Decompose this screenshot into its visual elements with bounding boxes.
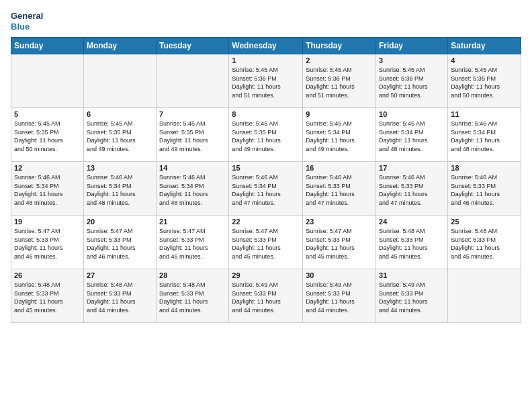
day-info: Sunrise: 5:46 AM Sunset: 5:34 PM Dayligh… bbox=[451, 120, 518, 153]
calendar-cell bbox=[83, 54, 156, 108]
weekday-header-thursday: Thursday bbox=[303, 38, 376, 54]
day-info: Sunrise: 5:49 AM Sunset: 5:33 PM Dayligh… bbox=[379, 281, 445, 314]
day-info: Sunrise: 5:45 AM Sunset: 5:35 PM Dayligh… bbox=[14, 120, 81, 153]
calendar-cell bbox=[157, 54, 229, 108]
calendar-cell: 15Sunrise: 5:46 AM Sunset: 5:34 PM Dayli… bbox=[229, 162, 303, 216]
calendar-cell: 7Sunrise: 5:45 AM Sunset: 5:35 PM Daylig… bbox=[157, 108, 229, 162]
day-number: 9 bbox=[306, 110, 373, 118]
day-number: 25 bbox=[451, 218, 518, 226]
calendar-header-row: SundayMondayTuesdayWednesdayThursdayFrid… bbox=[11, 38, 521, 54]
day-number: 14 bbox=[159, 164, 226, 172]
day-info: Sunrise: 5:48 AM Sunset: 5:33 PM Dayligh… bbox=[14, 281, 81, 314]
calendar-cell: 29Sunrise: 5:49 AM Sunset: 5:33 PM Dayli… bbox=[229, 269, 303, 323]
day-number: 3 bbox=[379, 56, 445, 64]
calendar-cell bbox=[11, 54, 84, 108]
day-number: 7 bbox=[159, 110, 226, 118]
day-info: Sunrise: 5:47 AM Sunset: 5:33 PM Dayligh… bbox=[14, 227, 81, 261]
calendar-cell: 19Sunrise: 5:47 AM Sunset: 5:33 PM Dayli… bbox=[11, 216, 84, 269]
day-number: 11 bbox=[451, 110, 518, 118]
calendar-cell: 22Sunrise: 5:47 AM Sunset: 5:33 PM Dayli… bbox=[229, 216, 303, 269]
day-number: 18 bbox=[451, 164, 518, 172]
weekday-header-friday: Friday bbox=[376, 38, 448, 54]
day-number: 22 bbox=[232, 218, 300, 226]
day-number: 30 bbox=[306, 271, 373, 279]
weekday-header-sunday: Sunday bbox=[11, 38, 84, 54]
day-number: 10 bbox=[379, 110, 445, 118]
calendar-cell: 14Sunrise: 5:46 AM Sunset: 5:34 PM Dayli… bbox=[157, 162, 229, 216]
day-number: 29 bbox=[232, 271, 300, 279]
day-info: Sunrise: 5:49 AM Sunset: 5:33 PM Dayligh… bbox=[306, 281, 373, 314]
day-info: Sunrise: 5:45 AM Sunset: 5:34 PM Dayligh… bbox=[379, 120, 445, 153]
day-info: Sunrise: 5:45 AM Sunset: 5:36 PM Dayligh… bbox=[232, 66, 300, 99]
calendar-cell: 5Sunrise: 5:45 AM Sunset: 5:35 PM Daylig… bbox=[11, 108, 84, 162]
day-info: Sunrise: 5:48 AM Sunset: 5:33 PM Dayligh… bbox=[159, 281, 226, 314]
day-info: Sunrise: 5:48 AM Sunset: 5:33 PM Dayligh… bbox=[451, 227, 518, 261]
calendar-cell: 16Sunrise: 5:46 AM Sunset: 5:33 PM Dayli… bbox=[303, 162, 376, 216]
calendar-cell: 23Sunrise: 5:47 AM Sunset: 5:33 PM Dayli… bbox=[303, 216, 376, 269]
day-number: 20 bbox=[87, 218, 153, 226]
calendar-cell: 13Sunrise: 5:46 AM Sunset: 5:34 PM Dayli… bbox=[83, 162, 156, 216]
day-number: 31 bbox=[379, 271, 445, 279]
logo: General Blue GeneralBlue bbox=[11, 11, 43, 32]
calendar-cell: 18Sunrise: 5:46 AM Sunset: 5:33 PM Dayli… bbox=[448, 162, 521, 216]
calendar-cell: 2Sunrise: 5:45 AM Sunset: 5:36 PM Daylig… bbox=[303, 54, 376, 108]
day-number: 15 bbox=[232, 164, 300, 172]
day-info: Sunrise: 5:46 AM Sunset: 5:33 PM Dayligh… bbox=[306, 173, 373, 207]
day-number: 28 bbox=[159, 271, 226, 279]
day-info: Sunrise: 5:47 AM Sunset: 5:33 PM Dayligh… bbox=[306, 227, 373, 261]
day-number: 8 bbox=[232, 110, 300, 118]
calendar-cell: 10Sunrise: 5:45 AM Sunset: 5:34 PM Dayli… bbox=[376, 108, 448, 162]
day-number: 19 bbox=[14, 218, 81, 226]
day-info: Sunrise: 5:47 AM Sunset: 5:33 PM Dayligh… bbox=[232, 227, 300, 261]
day-number: 12 bbox=[14, 164, 81, 172]
day-info: Sunrise: 5:45 AM Sunset: 5:35 PM Dayligh… bbox=[232, 120, 300, 153]
day-info: Sunrise: 5:48 AM Sunset: 5:33 PM Dayligh… bbox=[379, 227, 445, 261]
day-info: Sunrise: 5:45 AM Sunset: 5:35 PM Dayligh… bbox=[159, 120, 226, 153]
calendar-cell: 4Sunrise: 5:45 AM Sunset: 5:35 PM Daylig… bbox=[448, 54, 521, 108]
day-info: Sunrise: 5:45 AM Sunset: 5:36 PM Dayligh… bbox=[306, 66, 373, 99]
day-number: 13 bbox=[87, 164, 153, 172]
day-number: 4 bbox=[451, 56, 518, 64]
weekday-header-monday: Monday bbox=[83, 38, 156, 54]
day-info: Sunrise: 5:46 AM Sunset: 5:33 PM Dayligh… bbox=[379, 173, 445, 207]
calendar-cell: 1Sunrise: 5:45 AM Sunset: 5:36 PM Daylig… bbox=[229, 54, 303, 108]
week-row-2: 5Sunrise: 5:45 AM Sunset: 5:35 PM Daylig… bbox=[11, 108, 521, 162]
calendar-cell: 31Sunrise: 5:49 AM Sunset: 5:33 PM Dayli… bbox=[376, 269, 448, 323]
calendar-cell: 9Sunrise: 5:45 AM Sunset: 5:34 PM Daylig… bbox=[303, 108, 376, 162]
day-number: 21 bbox=[159, 218, 226, 226]
calendar-cell: 21Sunrise: 5:47 AM Sunset: 5:33 PM Dayli… bbox=[157, 216, 229, 269]
header: General Blue GeneralBlue bbox=[11, 11, 521, 32]
calendar-cell: 17Sunrise: 5:46 AM Sunset: 5:33 PM Dayli… bbox=[376, 162, 448, 216]
day-number: 2 bbox=[306, 56, 373, 64]
calendar-cell: 24Sunrise: 5:48 AM Sunset: 5:33 PM Dayli… bbox=[376, 216, 448, 269]
day-number: 1 bbox=[232, 56, 300, 64]
day-number: 24 bbox=[379, 218, 445, 226]
day-number: 5 bbox=[14, 110, 81, 118]
calendar-cell: 28Sunrise: 5:48 AM Sunset: 5:33 PM Dayli… bbox=[157, 269, 229, 323]
day-number: 26 bbox=[14, 271, 81, 279]
day-info: Sunrise: 5:47 AM Sunset: 5:33 PM Dayligh… bbox=[87, 227, 153, 261]
day-info: Sunrise: 5:46 AM Sunset: 5:34 PM Dayligh… bbox=[232, 173, 300, 207]
weekday-header-tuesday: Tuesday bbox=[157, 38, 229, 54]
calendar-cell bbox=[448, 269, 521, 323]
day-number: 17 bbox=[379, 164, 445, 172]
week-row-3: 12Sunrise: 5:46 AM Sunset: 5:34 PM Dayli… bbox=[11, 162, 521, 216]
logo-text: GeneralBlue bbox=[11, 11, 43, 32]
day-number: 16 bbox=[306, 164, 373, 172]
calendar-cell: 30Sunrise: 5:49 AM Sunset: 5:33 PM Dayli… bbox=[303, 269, 376, 323]
calendar-cell: 6Sunrise: 5:45 AM Sunset: 5:35 PM Daylig… bbox=[83, 108, 156, 162]
day-info: Sunrise: 5:48 AM Sunset: 5:33 PM Dayligh… bbox=[87, 281, 153, 314]
day-info: Sunrise: 5:45 AM Sunset: 5:35 PM Dayligh… bbox=[87, 120, 153, 153]
day-info: Sunrise: 5:46 AM Sunset: 5:33 PM Dayligh… bbox=[451, 173, 518, 207]
week-row-1: 1Sunrise: 5:45 AM Sunset: 5:36 PM Daylig… bbox=[11, 54, 521, 108]
day-info: Sunrise: 5:45 AM Sunset: 5:36 PM Dayligh… bbox=[379, 66, 445, 99]
day-info: Sunrise: 5:49 AM Sunset: 5:33 PM Dayligh… bbox=[232, 281, 300, 314]
calendar-cell: 8Sunrise: 5:45 AM Sunset: 5:35 PM Daylig… bbox=[229, 108, 303, 162]
day-info: Sunrise: 5:46 AM Sunset: 5:34 PM Dayligh… bbox=[159, 173, 226, 207]
day-info: Sunrise: 5:45 AM Sunset: 5:35 PM Dayligh… bbox=[451, 66, 518, 99]
calendar-cell: 20Sunrise: 5:47 AM Sunset: 5:33 PM Dayli… bbox=[83, 216, 156, 269]
day-info: Sunrise: 5:47 AM Sunset: 5:33 PM Dayligh… bbox=[159, 227, 226, 261]
day-number: 6 bbox=[87, 110, 153, 118]
weekday-header-saturday: Saturday bbox=[448, 38, 521, 54]
week-row-4: 19Sunrise: 5:47 AM Sunset: 5:33 PM Dayli… bbox=[11, 216, 521, 269]
